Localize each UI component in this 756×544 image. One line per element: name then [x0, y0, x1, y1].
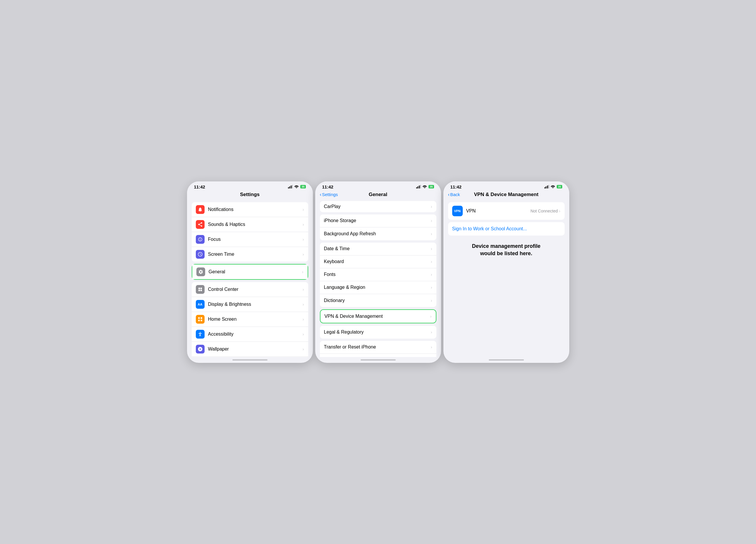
status-icons-2: 35: [416, 185, 434, 189]
vpn-chevron: ›: [559, 209, 560, 213]
sidebar-item-accessibility[interactable]: Accessibility ›: [192, 327, 308, 342]
iphone-storage-label: iPhone Storage: [324, 218, 431, 223]
display-chevron: ›: [303, 302, 304, 307]
sidebar-item-wallpaper[interactable]: Wallpaper ›: [192, 342, 308, 357]
battery-icon-2: 35: [428, 185, 434, 188]
date-time-item[interactable]: Date & Time ›: [320, 243, 436, 255]
display-icon: AA: [196, 300, 205, 309]
status-icons-3: 35: [544, 185, 562, 189]
sidebar-item-control-center[interactable]: Control Center ›: [192, 282, 308, 297]
transfer-reset-chevron: ›: [431, 345, 432, 349]
focus-icon: [196, 235, 205, 244]
vpn-device-item[interactable]: VPN & Device Management ›: [320, 310, 436, 323]
sidebar-item-screen-time[interactable]: Screen Time ›: [192, 247, 308, 262]
general-screen: 11:42 35 ‹ Settings General: [315, 181, 441, 363]
carplay-item[interactable]: CarPlay ›: [320, 201, 436, 212]
battery-icon-1: 35: [300, 185, 306, 188]
vpn-nav: ‹ Back VPN & Device Management: [443, 191, 569, 200]
vpn-logo-text: VPN: [454, 209, 461, 213]
svg-rect-0: [198, 288, 200, 289]
control-center-chevron: ›: [303, 287, 304, 292]
keyboard-item[interactable]: Keyboard ›: [320, 255, 436, 268]
iphone-storage-item[interactable]: iPhone Storage ›: [320, 214, 436, 227]
time-3: 11:42: [450, 184, 462, 189]
date-time-chevron: ›: [431, 246, 432, 251]
back-to-settings[interactable]: ‹ Settings: [320, 192, 338, 197]
home-indicator-2: [315, 357, 441, 363]
general-content: CarPlay › iPhone Storage › Background Ap…: [315, 200, 441, 357]
svg-rect-3: [200, 289, 202, 291]
legal-item[interactable]: Legal & Regulatory ›: [320, 326, 436, 339]
status-bar-3: 11:42 35: [443, 181, 569, 191]
focus-chevron: ›: [303, 237, 304, 242]
back-label-2: Settings: [322, 192, 338, 197]
back-chevron-2: ‹: [320, 192, 322, 197]
wifi-icon-3: [551, 185, 555, 189]
screen-time-icon: [196, 250, 205, 259]
wallpaper-chevron: ›: [303, 347, 304, 351]
sidebar-item-general[interactable]: General ›: [192, 265, 308, 279]
background-refresh-label: Background App Refresh: [324, 231, 431, 236]
carplay-chevron: ›: [431, 204, 432, 209]
language-chevron: ›: [431, 285, 432, 290]
language-item[interactable]: Language & Region ›: [320, 281, 436, 294]
sign-in-section: Sign In to Work or School Account...: [448, 222, 565, 236]
shutdown-item[interactable]: Shut Down: [320, 354, 436, 357]
accessibility-label: Accessibility: [208, 332, 303, 337]
battery-icon-3: 35: [557, 185, 562, 188]
settings-nav: Settings: [187, 191, 313, 200]
sidebar-item-home-screen[interactable]: Home Screen ›: [192, 312, 308, 327]
device-mgmt-section: Device management profilewould be listed…: [448, 243, 565, 257]
keyboard-label: Keyboard: [324, 259, 431, 264]
background-refresh-chevron: ›: [431, 231, 432, 236]
sidebar-item-focus[interactable]: Focus ›: [192, 232, 308, 247]
dictionary-label: Dictionary: [324, 298, 431, 303]
signal-icon-3: [544, 185, 549, 188]
svg-rect-2: [198, 289, 200, 291]
transfer-reset-item[interactable]: Transfer or Reset iPhone ›: [320, 341, 436, 354]
screen-time-chevron: ›: [303, 252, 304, 257]
home-indicator-1: [187, 357, 313, 363]
home-screen-icon: [196, 315, 205, 324]
general-chevron: ›: [302, 270, 304, 274]
dictionary-item[interactable]: Dictionary ›: [320, 294, 436, 307]
time-1: 11:42: [194, 184, 205, 189]
background-refresh-item[interactable]: Background App Refresh ›: [320, 227, 436, 240]
svg-rect-1: [200, 288, 202, 289]
svg-point-4: [200, 332, 200, 333]
vpn-status: Not Connected: [530, 209, 558, 213]
sounds-label: Sounds & Haptics: [208, 222, 303, 227]
screens-container: 11:42 35 Settings: [182, 177, 574, 368]
dictionary-chevron: ›: [431, 298, 432, 303]
signal-icon-2: [416, 185, 421, 188]
general-section-4: Transfer or Reset iPhone › Shut Down: [320, 341, 436, 357]
vpn-section: VPN VPN Not Connected ›: [448, 202, 565, 220]
screen-time-label: Screen Time: [208, 252, 303, 257]
sign-in-item[interactable]: Sign In to Work or School Account...: [448, 222, 565, 236]
back-to-general[interactable]: ‹ Back: [448, 192, 460, 197]
sidebar-item-siri[interactable]: Siri & Search ›: [192, 357, 308, 357]
sounds-icon: [196, 220, 205, 229]
sidebar-item-notifications[interactable]: Notifications ›: [192, 202, 308, 217]
notifications-chevron: ›: [303, 207, 304, 212]
settings-content: Notifications › Sounds & Haptics › Focus…: [187, 200, 313, 357]
general-title: General: [369, 192, 387, 198]
control-center-label: Control Center: [208, 287, 303, 292]
home-screen-chevron: ›: [303, 317, 304, 322]
sidebar-item-sounds[interactable]: Sounds & Haptics ›: [192, 217, 308, 232]
vpn-device-label: VPN & Device Management: [325, 314, 430, 319]
accessibility-icon: [196, 330, 205, 339]
vpn-title: VPN & Device Management: [474, 192, 538, 198]
vpn-device-chevron: ›: [430, 314, 432, 319]
fonts-chevron: ›: [431, 272, 432, 277]
fonts-label: Fonts: [324, 272, 431, 277]
vpn-item[interactable]: VPN VPN Not Connected ›: [448, 202, 565, 220]
language-label: Language & Region: [324, 285, 431, 290]
wallpaper-icon: [196, 345, 205, 353]
status-bar-2: 11:42 35: [315, 181, 441, 191]
fonts-item[interactable]: Fonts ›: [320, 268, 436, 281]
time-2: 11:42: [322, 184, 333, 189]
wifi-icon-2: [422, 185, 427, 189]
legal-label: Legal & Regulatory: [324, 330, 431, 335]
sidebar-item-display[interactable]: AA Display & Brightness ›: [192, 297, 308, 312]
